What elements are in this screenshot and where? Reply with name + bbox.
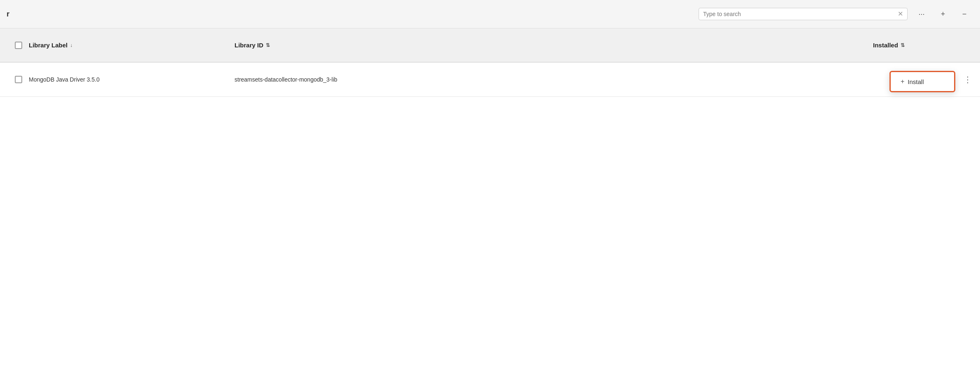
header-library-id[interactable]: Library ID ⇅ bbox=[235, 42, 873, 49]
header-installed-text: Installed bbox=[873, 42, 898, 49]
minus-button[interactable]: − bbox=[957, 7, 972, 21]
header-installed[interactable]: Installed ⇅ bbox=[873, 42, 955, 49]
more-icon: ··· bbox=[918, 10, 924, 19]
app-title: r bbox=[0, 0, 16, 28]
table-header: Library Label ↓ Library ID ⇅ Installed ⇅ bbox=[0, 28, 980, 63]
toolbar: r ✕ ··· + − bbox=[0, 0, 980, 28]
row-library-id: streamsets-datacollector-mongodb_3-lib bbox=[235, 76, 873, 83]
header-library-label[interactable]: Library Label ↓ bbox=[29, 42, 235, 49]
more-options-button[interactable]: ··· bbox=[914, 7, 929, 21]
search-clear-icon[interactable]: ✕ bbox=[898, 11, 903, 17]
row-actions-col: ⋮ bbox=[955, 73, 980, 86]
header-installed-sort-icon: ⇅ bbox=[901, 42, 905, 48]
install-popup: + Install bbox=[889, 71, 955, 92]
row-checkbox[interactable] bbox=[15, 76, 22, 83]
install-button[interactable]: + Install bbox=[891, 72, 954, 91]
minus-icon: − bbox=[962, 10, 967, 19]
search-input[interactable] bbox=[703, 11, 894, 17]
add-icon: + bbox=[941, 10, 945, 19]
header-library-id-text: Library ID bbox=[235, 42, 263, 49]
search-wrapper: ✕ bbox=[699, 8, 908, 20]
select-all-checkbox-col bbox=[8, 42, 29, 49]
header-library-label-text: Library Label bbox=[29, 42, 67, 49]
header-library-id-sort-icon: ⇅ bbox=[266, 42, 270, 48]
select-all-checkbox[interactable] bbox=[15, 42, 22, 49]
install-plus-icon: + bbox=[901, 78, 904, 85]
header-library-label-sort-icon: ↓ bbox=[70, 42, 72, 48]
table-row: MongoDB Java Driver 3.5.0 streamsets-dat… bbox=[0, 63, 980, 97]
row-kebab-button[interactable]: ⋮ bbox=[960, 73, 975, 86]
table-body: MongoDB Java Driver 3.5.0 streamsets-dat… bbox=[0, 63, 980, 97]
row-checkbox-col bbox=[8, 76, 29, 83]
add-button[interactable]: + bbox=[936, 7, 950, 21]
install-label: Install bbox=[908, 78, 924, 85]
row-library-label: MongoDB Java Driver 3.5.0 bbox=[29, 76, 235, 83]
